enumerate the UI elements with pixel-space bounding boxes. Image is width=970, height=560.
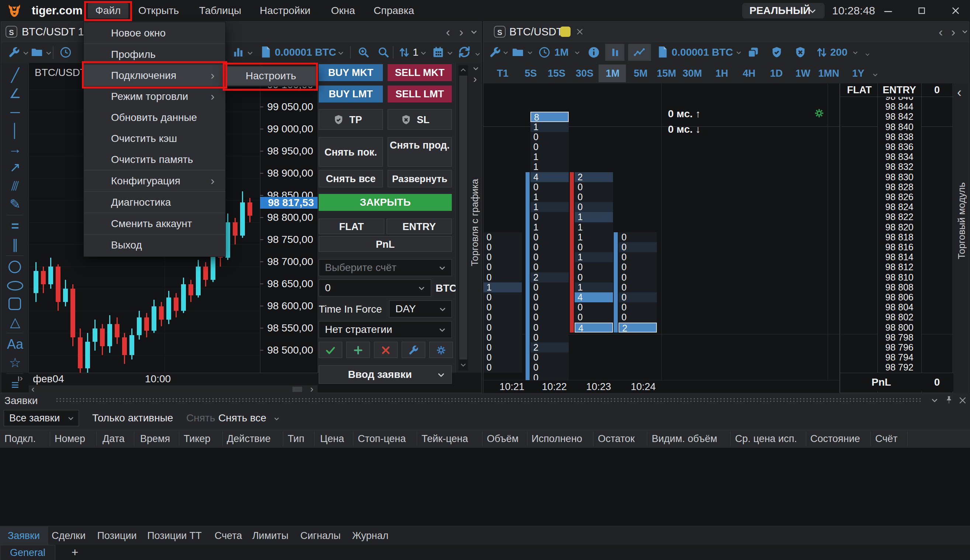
volume-preset-icon[interactable] bbox=[259, 45, 272, 58]
take-profit-button[interactable]: TP bbox=[319, 109, 383, 130]
panel-drag-handle[interactable] bbox=[55, 397, 922, 403]
cluster-cell[interactable]: 0 bbox=[618, 272, 657, 282]
ladder-price-row[interactable]: 98 812 bbox=[877, 262, 921, 272]
tab-заявки[interactable]: Заявки bbox=[0, 527, 48, 545]
cluster-cell[interactable]: 2 bbox=[530, 272, 569, 282]
timeframe-1m[interactable]: 1M bbox=[597, 65, 628, 82]
layout-tab-general[interactable]: General bbox=[0, 545, 55, 560]
close-panel-icon[interactable] bbox=[958, 396, 967, 405]
cluster-cell[interactable]: 0 bbox=[618, 232, 657, 242]
menubar-item-файл[interactable]: Файл bbox=[88, 3, 129, 18]
orders-col-6[interactable]: Действие bbox=[227, 431, 271, 447]
cluster-cell[interactable]: 0 bbox=[484, 262, 522, 272]
cluster-cell[interactable]: 0 bbox=[574, 312, 613, 322]
cluster-cell[interactable]: 4 bbox=[530, 172, 569, 182]
orders-filter-select[interactable]: Все заявки bbox=[4, 410, 79, 426]
shield-x-icon[interactable] bbox=[794, 46, 806, 58]
cluster-cell[interactable]: 0 bbox=[484, 252, 522, 262]
cluster-cell[interactable]: 1 bbox=[574, 282, 613, 292]
chevron-down-icon[interactable] bbox=[852, 50, 858, 56]
orders-col-9[interactable]: Стоп-цена bbox=[358, 431, 406, 447]
menubar-item-справка[interactable]: Справка bbox=[370, 3, 417, 18]
ladder-price-row[interactable]: 98 806 bbox=[877, 292, 921, 302]
ladder-price-row[interactable]: 98 828 bbox=[877, 182, 921, 192]
ladder-price-row[interactable]: 98 826 bbox=[877, 192, 921, 202]
clock-icon[interactable] bbox=[538, 46, 551, 58]
maximize-button[interactable] bbox=[917, 6, 927, 15]
wrench-icon[interactable] bbox=[8, 46, 20, 58]
ladder-price-row[interactable]: 98 834 bbox=[877, 152, 921, 162]
v-scroll-thumb[interactable] bbox=[459, 75, 467, 360]
chevron-down-icon[interactable] bbox=[736, 50, 742, 56]
cluster-cell[interactable]: 0 bbox=[484, 312, 522, 322]
orders-col-2[interactable]: Номер bbox=[55, 431, 85, 447]
cluster-cell[interactable]: 1 bbox=[574, 232, 613, 242]
cluster-cell[interactable]: 0 bbox=[530, 232, 569, 242]
ladder-price-row[interactable]: 98 808 bbox=[877, 282, 921, 292]
cluster-cell[interactable]: 0 bbox=[574, 262, 613, 272]
pnl-button[interactable]: PnL bbox=[319, 236, 452, 252]
brush-tool-icon[interactable]: ✎ bbox=[5, 195, 25, 213]
ladder-price-row[interactable]: 98 822 bbox=[877, 212, 921, 222]
vertical-line-tool-icon[interactable]: │ bbox=[5, 121, 25, 140]
chevron-down-icon[interactable] bbox=[447, 50, 453, 57]
mode-select[interactable]: РЕАЛЬНЫЙ bbox=[742, 3, 825, 18]
cluster-cell[interactable]: 0 bbox=[484, 292, 522, 302]
ladder-price-row[interactable]: 98 844 bbox=[877, 102, 921, 112]
chevron-down-icon[interactable] bbox=[45, 50, 52, 57]
shield-check-icon[interactable] bbox=[770, 46, 783, 58]
ladder-price-row[interactable]: 98 820 bbox=[877, 222, 921, 232]
ladder-price-row[interactable]: 98 816 bbox=[877, 242, 921, 252]
ladder-price-row[interactable]: 98 798 bbox=[877, 333, 921, 342]
ladder-price-row[interactable]: 98 830 bbox=[877, 172, 921, 182]
tif-select[interactable]: DAY bbox=[389, 300, 452, 317]
cluster-cell[interactable]: 1 bbox=[484, 282, 522, 292]
orders-col-17[interactable]: Счёт bbox=[875, 431, 898, 447]
cluster-cell[interactable]: 0 bbox=[484, 362, 522, 372]
triangle-tool-icon[interactable]: △ bbox=[5, 313, 25, 332]
menubar-item-настройки[interactable]: Настройки bbox=[255, 3, 315, 18]
buy-lmt-button[interactable]: BUY LMT bbox=[319, 85, 383, 102]
close-position-button[interactable]: ЗАКРЫТЬ bbox=[319, 194, 452, 211]
cluster-cell[interactable]: 0 bbox=[530, 333, 569, 342]
close-tab-icon[interactable] bbox=[576, 28, 584, 36]
ladder-price-row[interactable]: 98 836 bbox=[877, 142, 921, 152]
zoom-in-icon[interactable] bbox=[357, 46, 370, 58]
equals-tool-icon[interactable]: = bbox=[5, 217, 25, 235]
strategy-settings-button[interactable] bbox=[429, 342, 453, 358]
timeframe-1y[interactable]: 1Y bbox=[843, 65, 874, 82]
cluster-cell[interactable]: 0 bbox=[484, 242, 522, 252]
orders-col-1[interactable]: Подкл. bbox=[5, 431, 36, 447]
chevron-down-icon[interactable] bbox=[337, 50, 344, 57]
cluster-cell[interactable]: 0 bbox=[618, 252, 657, 262]
stop-loss-button[interactable]: SL bbox=[387, 109, 452, 130]
ladder-price-row[interactable]: 98 818 bbox=[877, 232, 921, 242]
cluster-cell[interactable]: 0 bbox=[484, 232, 522, 242]
filter-active-only[interactable]: Только активные bbox=[92, 410, 173, 426]
cancel-order-button[interactable]: Снять bbox=[186, 410, 215, 426]
cluster-cell[interactable]: 0 bbox=[574, 242, 613, 252]
ladder-price-row[interactable]: 98 838 bbox=[877, 132, 921, 142]
menubar-item-таблицы[interactable]: Таблицы bbox=[196, 3, 244, 18]
zoom-icon[interactable] bbox=[377, 46, 390, 58]
folder-icon[interactable] bbox=[31, 46, 43, 58]
menubar-item-открыть[interactable]: Открыть bbox=[136, 3, 182, 18]
clock-icon[interactable] bbox=[59, 46, 72, 58]
cluster-cell[interactable]: 1 bbox=[530, 122, 569, 132]
cluster-cell[interactable]: 1 bbox=[574, 212, 613, 222]
cluster-cell[interactable]: 1 bbox=[574, 252, 613, 262]
quantity-input[interactable]: 0 bbox=[319, 280, 431, 297]
cluster-cell[interactable]: 0 bbox=[530, 182, 569, 192]
scroll-thumb[interactable] bbox=[292, 387, 302, 392]
orders-col-10[interactable]: Тейк-цена bbox=[422, 431, 468, 447]
ladder-price-row[interactable]: 98 832 bbox=[877, 162, 921, 172]
orders-col-11[interactable]: Объём bbox=[487, 431, 519, 447]
star-tool-icon[interactable]: ☆ bbox=[5, 353, 25, 372]
text-tool-icon[interactable]: Aa bbox=[5, 335, 25, 353]
cancel-all-orders-button[interactable]: Снять все bbox=[218, 410, 266, 426]
chart-style-icon[interactable] bbox=[232, 46, 245, 58]
timeframe-30m[interactable]: 30M bbox=[677, 65, 708, 82]
scroll-down-icon[interactable] bbox=[460, 362, 467, 368]
orders-col-7[interactable]: Тип bbox=[288, 431, 304, 447]
info-icon[interactable] bbox=[588, 46, 600, 58]
